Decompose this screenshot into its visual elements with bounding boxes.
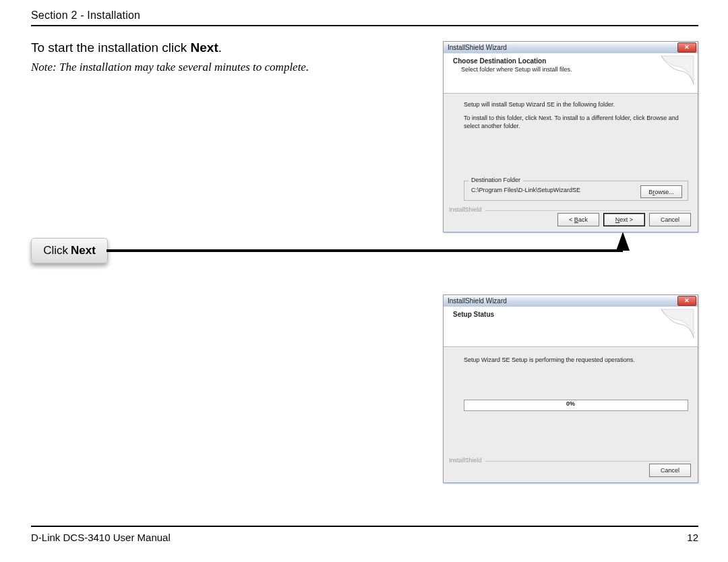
installshield-label: InstallShield xyxy=(449,457,482,464)
progress-percent: 0% xyxy=(444,400,698,407)
body-text-1: Setup Wizard SE Setup is performing the … xyxy=(464,356,687,363)
intro-prefix: To start the installation click xyxy=(31,40,191,55)
page-curl-icon xyxy=(660,55,695,86)
body-text-1: Setup will install Setup Wizard SE in th… xyxy=(464,100,687,108)
section-header: Section 2 - Installation xyxy=(31,9,140,22)
browse-button[interactable]: Browse... xyxy=(640,185,682,198)
destination-legend: Destination Folder xyxy=(468,177,523,183)
banner: Setup Status xyxy=(444,307,698,347)
body-text-2: To install to this folder, click Next. T… xyxy=(464,114,687,130)
titlebar[interactable]: InstallShield Wizard ✕ xyxy=(444,295,698,307)
banner-subtitle: Select folder where Setup will install f… xyxy=(461,66,691,73)
intro-suffix: . xyxy=(218,40,222,55)
banner-title: Setup Status xyxy=(453,311,691,318)
dialog-footer: InstallShield < Back Next > Cancel xyxy=(444,205,698,232)
destination-folder-group: Destination Folder C:\Program Files\D-Li… xyxy=(464,181,688,201)
button-row: Cancel xyxy=(649,464,691,477)
footer-rule xyxy=(31,526,698,527)
banner-title: Choose Destination Location xyxy=(453,57,691,65)
window-title: InstallShield Wizard xyxy=(448,297,507,305)
back-label: < Back xyxy=(569,216,588,223)
footer-rule xyxy=(485,461,691,462)
close-icon: ✕ xyxy=(684,44,690,51)
install-wizard-dialog-2: InstallShield Wizard ✕ Setup Status Setu… xyxy=(443,294,698,483)
cancel-button[interactable]: Cancel xyxy=(649,464,691,477)
browse-label: Browse... xyxy=(648,189,674,195)
titlebar[interactable]: InstallShield Wizard ✕ xyxy=(444,42,698,53)
cancel-button[interactable]: Cancel xyxy=(649,213,691,226)
close-icon: ✕ xyxy=(684,298,690,304)
callout-arrow-icon xyxy=(616,232,630,251)
callout-prefix: Click xyxy=(43,244,68,257)
button-row: < Back Next > Cancel xyxy=(557,213,691,226)
manual-page: Section 2 - Installation To start the in… xyxy=(0,0,728,562)
dialog-footer: InstallShield Cancel xyxy=(444,456,698,482)
window-title: InstallShield Wizard xyxy=(448,44,507,51)
callout-connector xyxy=(107,249,623,252)
intro-text: To start the installation click Next. xyxy=(31,40,222,55)
page-curl-icon xyxy=(660,308,695,339)
dialog-body: Setup Wizard SE Setup is performing the … xyxy=(444,347,698,461)
installshield-label: InstallShield xyxy=(449,206,482,213)
next-button[interactable]: Next > xyxy=(603,213,645,226)
close-button[interactable]: ✕ xyxy=(677,296,696,306)
footer-rule xyxy=(485,210,691,211)
dialog-body: Setup will install Setup Wizard SE in th… xyxy=(444,94,698,205)
back-button[interactable]: < Back xyxy=(557,213,599,226)
callout-box: Click Next xyxy=(31,238,108,263)
note-text: Note: The installation may take several … xyxy=(31,61,309,74)
footer-left: D-Link DCS-3410 User Manual xyxy=(31,532,171,543)
callout-bold: Next xyxy=(71,244,96,257)
header-rule xyxy=(31,25,698,26)
next-label: Next > xyxy=(615,216,633,223)
close-button[interactable]: ✕ xyxy=(677,42,696,53)
banner: Choose Destination Location Select folde… xyxy=(444,53,698,94)
page-number: 12 xyxy=(687,532,698,543)
install-wizard-dialog-1: InstallShield Wizard ✕ Choose Destinatio… xyxy=(443,41,698,232)
intro-bold: Next xyxy=(191,40,218,55)
